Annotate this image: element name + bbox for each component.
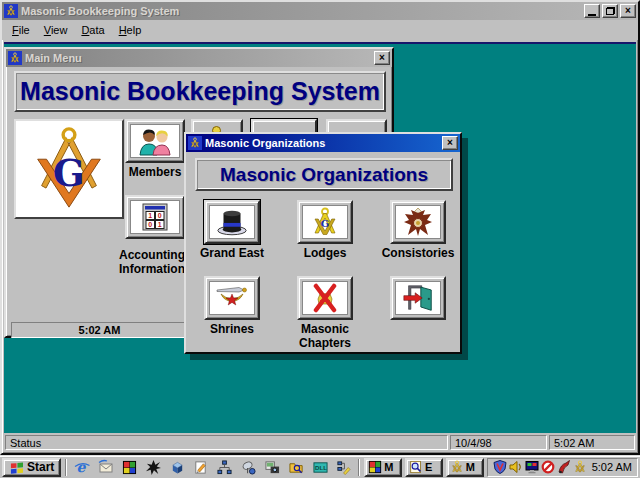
chapters-cell: Masonic Chapters — [283, 276, 367, 351]
close-button[interactable]: × — [620, 4, 636, 18]
consistories-cell: Consistories — [378, 200, 458, 261]
outlook-express-icon[interactable] — [95, 458, 116, 476]
calculator-icon: 1 0 0 1 — [141, 202, 169, 232]
desktop: Masonic Bookkeeping System × File View D… — [0, 0, 640, 478]
taskbar-separator-2 — [358, 459, 360, 476]
main-menu-close-button[interactable]: × — [374, 51, 390, 65]
crown-red-x-icon — [309, 283, 341, 313]
app-title: Masonic Bookkeeping System — [21, 5, 581, 17]
lodges-cell: G Lodges — [283, 200, 367, 261]
masonic-logo-panel: G — [14, 119, 124, 219]
organizations-titlebar[interactable]: Masonic Organizations × — [186, 134, 460, 152]
colored-tiles-icon — [368, 460, 382, 474]
satellite-dish-icon[interactable] — [238, 458, 259, 476]
find-folder-icon[interactable] — [286, 458, 307, 476]
black-burst-icon[interactable] — [143, 458, 164, 476]
status-bar: Status 10/4/98 5:02 AM — [4, 433, 636, 451]
blue-cube-icon[interactable] — [167, 458, 188, 476]
volume-icon[interactable] — [509, 460, 523, 474]
grand-east-button[interactable] — [204, 200, 260, 244]
start-label: Start — [27, 460, 54, 474]
system-tray: 5:02 AM — [487, 458, 638, 477]
masonic-icon[interactable] — [573, 460, 587, 474]
organizations-banner: Masonic Organizations — [195, 158, 453, 191]
main-menu-masonic-icon — [8, 51, 22, 65]
scimitar-crescent-star-icon — [215, 283, 249, 313]
org-tree-icon[interactable] — [214, 458, 235, 476]
mdi-client-area: Main Menu × Masonic Bookkeeping System G — [4, 42, 636, 433]
chapters-label: Masonic Chapters — [283, 323, 367, 351]
restore-button[interactable] — [602, 4, 618, 18]
consistories-label: Consistories — [378, 247, 458, 261]
dll-icon[interactable]: DLL — [310, 458, 331, 476]
tree-pencil-icon[interactable] — [333, 458, 354, 476]
square-compasses-g-icon: G — [20, 124, 118, 214]
find-document-icon — [409, 460, 423, 474]
blocked-sign-icon[interactable] — [541, 460, 555, 474]
taskbar-window-button-3[interactable]: M — [446, 458, 484, 477]
exit-cell — [378, 276, 458, 320]
taskbar-separator — [65, 459, 67, 476]
start-button[interactable]: Start — [2, 458, 61, 477]
consistories-button[interactable] — [390, 200, 446, 244]
square-compasses-icon — [450, 460, 464, 474]
main-menu-titlebar[interactable]: Main Menu × — [6, 49, 392, 67]
svg-text:0: 0 — [148, 221, 152, 228]
svg-text:1: 1 — [158, 221, 162, 228]
svg-text:1: 1 — [148, 212, 152, 219]
taskbar-clock[interactable]: 5:02 AM — [592, 461, 632, 473]
window-button-label: M — [384, 461, 393, 473]
menu-bar: File View Data Help — [2, 20, 638, 40]
main-menu-time: 5:02 AM — [11, 322, 188, 338]
grand-east-cell: Grand East — [190, 200, 274, 261]
app-window: Masonic Bookkeeping System × File View D… — [0, 0, 640, 455]
exit-door-icon — [401, 283, 435, 313]
organizations-dialog: Masonic Organizations × Masonic Organiza… — [184, 132, 462, 354]
app-titlebar[interactable]: Masonic Bookkeeping System × — [2, 2, 638, 20]
status-text: Status — [5, 435, 448, 450]
menu-help[interactable]: Help — [112, 22, 149, 38]
organizations-close-button[interactable]: × — [442, 136, 458, 150]
colored-tiles-icon[interactable] — [119, 458, 140, 476]
minimize-icon — [588, 14, 596, 16]
organizations-title: Masonic Organizations — [205, 137, 439, 149]
lodges-button[interactable]: G — [297, 200, 353, 244]
members-button[interactable] — [125, 119, 185, 163]
exit-button[interactable] — [390, 276, 446, 320]
top-hat-icon — [215, 207, 249, 237]
taskbar-window-button-1[interactable]: M — [364, 458, 402, 477]
chapters-button[interactable] — [297, 276, 353, 320]
restore-icon — [606, 7, 615, 15]
red-claw-icon[interactable] — [557, 460, 571, 474]
svg-text:e: e — [76, 459, 86, 475]
members-people-icon — [135, 126, 175, 156]
notepad-pencil-icon[interactable] — [190, 458, 211, 476]
square-compasses-icon: G — [309, 207, 341, 237]
menu-view[interactable]: View — [37, 22, 75, 38]
dll-text: DLL — [315, 464, 327, 471]
organizations-masonic-icon — [188, 136, 202, 150]
shrines-label: Shrines — [190, 323, 274, 337]
accounting-button[interactable]: 1 0 0 1 — [125, 195, 185, 239]
svg-text:G: G — [321, 218, 330, 229]
window-button-label: E — [425, 461, 432, 473]
status-time: 5:02 AM — [549, 435, 635, 450]
shrines-button[interactable] — [204, 276, 260, 320]
internet-explorer-icon[interactable]: e — [71, 458, 92, 476]
menu-file[interactable]: File — [5, 22, 37, 38]
taskbar-window-button-2[interactable]: E — [405, 458, 443, 477]
display-monitor-icon[interactable] — [525, 460, 539, 474]
windows-flag-icon — [9, 461, 24, 474]
camera-icon[interactable] — [262, 458, 283, 476]
status-date: 10/4/98 — [450, 435, 547, 450]
shrines-cell: Shrines — [190, 276, 274, 337]
antivirus-shield-icon[interactable] — [493, 460, 507, 474]
minimize-button[interactable] — [584, 4, 600, 18]
svg-text:0: 0 — [158, 212, 162, 219]
menu-data[interactable]: Data — [74, 22, 111, 38]
members-label: Members — [116, 166, 194, 180]
svg-text:G: G — [53, 151, 85, 195]
lodges-label: Lodges — [283, 247, 367, 261]
grand-east-label: Grand East — [190, 247, 274, 261]
app-masonic-square-compasses-icon — [4, 4, 18, 18]
